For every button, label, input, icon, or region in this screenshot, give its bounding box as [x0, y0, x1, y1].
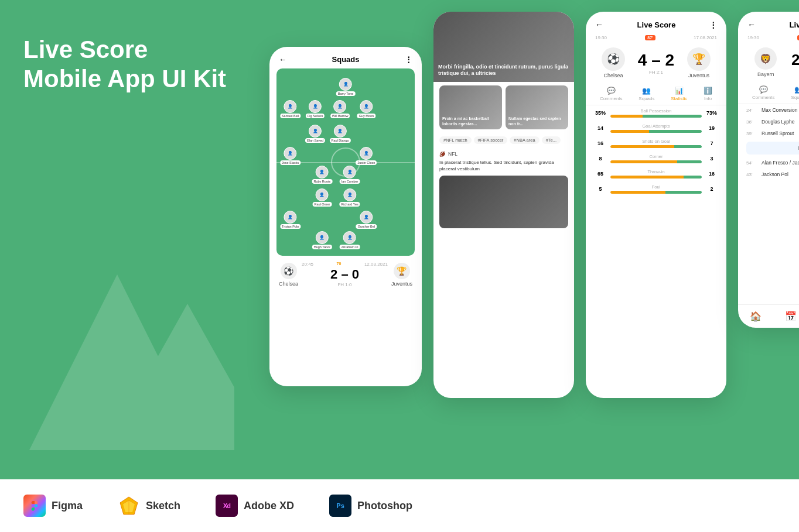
stat-left-3: 8 — [594, 156, 607, 162]
away-team-name: Juventus — [391, 281, 412, 287]
player-samuel-bell: 👤Samuel Bell — [280, 100, 301, 118]
ls-away-logo: 🏆 — [687, 47, 711, 71]
event-minute-1: 36' — [746, 119, 758, 125]
match-time: 20:45 — [302, 262, 313, 267]
comments-icon: 💬 — [607, 87, 616, 95]
tab-squads[interactable]: 👥 Squads — [638, 87, 654, 101]
nav-calendar-icon[interactable]: 📅 — [785, 311, 797, 322]
ls-home-team: ⚽ Chelsea — [602, 47, 625, 78]
tab-squads-label: Squads — [638, 96, 654, 101]
stat-row-2: 16 Shots on Goal 7 — [586, 136, 726, 151]
news-body: In placerat tristique tellus. Sed tincid… — [433, 158, 574, 176]
stat-bar-right-5 — [665, 191, 702, 194]
photoshop-label: Photoshop — [357, 500, 412, 512]
stat-row-3: 8 Corner 3 — [586, 151, 726, 166]
tag-more[interactable]: #Te... — [542, 136, 561, 144]
stat-bar-wrapper-2: Shots on Goal — [610, 139, 702, 148]
ls-time: 19:30 — [595, 35, 607, 40]
stat-bar-wrapper-1: Goal Attempts — [610, 123, 702, 133]
figma-label: Figma — [52, 500, 83, 512]
stat-right-1: 19 — [705, 125, 718, 131]
news-small-text-a: Proin a mi ac basketball lobortis egesta… — [442, 116, 499, 126]
event-text-2: Russell Sprout — [762, 131, 799, 136]
stat-bars-2 — [610, 145, 702, 148]
sketch-label: Sketch — [146, 500, 180, 512]
livescore-tabs: 💬 Comments 👥 Squads 📊 Statistic ℹ️ Info — [586, 83, 726, 105]
stat-bars-3 — [610, 160, 702, 163]
sketch-icon — [118, 495, 140, 517]
event-row-2: 39' Russell Sprout — [738, 128, 799, 139]
news-footer-image — [439, 176, 568, 228]
match-score: 2 – 0 — [298, 267, 391, 282]
stat-bar-right-2 — [674, 145, 702, 148]
stat-label-3: Corner — [610, 154, 702, 159]
event-minute-2: 39' — [746, 131, 758, 136]
sketch-tool[interactable]: Sketch — [118, 495, 180, 517]
tab-statistic[interactable]: 📊 Statistic — [671, 87, 687, 101]
pd-tab-comments[interactable]: 💬 Comments — [752, 85, 775, 100]
event-row-0: 24' Max Conversion — [738, 104, 799, 116]
player-richard-yes: 👤Richard Yes — [339, 188, 360, 207]
photoshop-tool[interactable]: Ps Photoshop — [329, 495, 412, 517]
event-row-4: 54' Alan Fresco / Jackson Pol — [738, 157, 799, 169]
stat-bar-left-5 — [610, 191, 665, 194]
squads-header: ← Squads ⋮ — [269, 47, 422, 68]
livescore-header: ← Live Score ⋮ — [586, 12, 726, 33]
stat-bars-0 — [610, 115, 702, 118]
more-icon[interactable]: ⋮ — [405, 55, 412, 64]
pd-score-value: 2 – 3 — [791, 51, 799, 69]
stat-bar-wrapper-4: Throw-in — [610, 169, 702, 179]
squads-title: Squads — [332, 55, 360, 64]
player-ruby-roots: 👤Ruby Roots — [312, 166, 333, 184]
event-text-1: Douglas Lyphe — [762, 119, 799, 125]
news-small-images-row: Proin a mi ac basketball lobortis egesta… — [433, 82, 574, 133]
phone-livescore-stats: ← Live Score ⋮ 19:30 87' 17.08.2021 ⚽ Ch… — [586, 12, 726, 398]
detail-teams-row: 🦁 Bayern 2 – 3 FH 1:0 ⚽ Milan — [738, 43, 799, 82]
stat-bar-right-3 — [677, 160, 702, 163]
event-row-1: 36' Douglas Lyphe — [738, 116, 799, 128]
ls-more-icon[interactable]: ⋮ — [709, 20, 717, 29]
ls-back-icon[interactable]: ← — [595, 20, 603, 29]
info-icon: ℹ️ — [704, 87, 712, 95]
player-raul-django: 👤Raul Django — [329, 125, 350, 143]
stat-left-2: 16 — [594, 140, 607, 146]
stat-bar-wrapper-3: Corner — [610, 154, 702, 163]
stat-bar-right-4 — [684, 176, 702, 179]
adobexd-tool[interactable]: Xd Adobe XD — [216, 495, 294, 517]
match-score-sub: FH 1:0 — [298, 282, 391, 287]
stat-row-1: 14 Goal Attempts 19 — [586, 121, 726, 136]
pd-tab-squads[interactable]: 👥 Squads — [791, 85, 799, 100]
detail-bottom-nav: 🏠 📅 ⭐ 👤 — [738, 304, 799, 328]
bg-decoration — [0, 245, 234, 479]
nav-home-icon[interactable]: 🏠 — [750, 311, 762, 322]
hero-title-line2: Mobile App UI Kit — [23, 65, 226, 92]
statistic-icon: 📊 — [675, 87, 684, 95]
pd-home-name: Bayern — [757, 71, 774, 77]
ls-score-sub: FH 2:1 — [638, 70, 674, 75]
tag-nba[interactable]: #NBA area — [510, 136, 539, 144]
news-hero-bg: Morbi fringilla, odio et tincidunt rutru… — [433, 12, 574, 82]
tag-fifa[interactable]: #FIFA soccer — [474, 136, 508, 144]
tag-nfl[interactable]: #NFL match — [439, 136, 472, 144]
back-icon[interactable]: ← — [279, 55, 286, 64]
ls-live-badge: 87' — [645, 35, 655, 40]
stat-row-0: 35% Ball Possession 73% — [586, 105, 726, 121]
stat-bar-left-3 — [610, 160, 677, 163]
pd-comments-icon: 💬 — [759, 85, 768, 94]
figma-tool[interactable]: Figma — [23, 495, 83, 517]
ls-date: 17.08.2021 — [694, 35, 717, 40]
stat-left-1: 14 — [594, 125, 607, 131]
stat-bars-4 — [610, 176, 702, 179]
news-hero-text: Morbi fringilla, odio et tincidunt rutru… — [438, 64, 569, 77]
pd-squads-icon: 👥 — [794, 85, 799, 94]
event-minute-5: 43' — [746, 172, 758, 177]
hero-title-line1: Live Score — [23, 36, 148, 63]
stat-label-4: Throw-in — [610, 169, 702, 174]
home-team-logo: ⚽ — [281, 263, 297, 279]
tab-info[interactable]: ℹ️ Info — [704, 87, 712, 101]
hero-section: Live Score Mobile App UI Kit — [23, 35, 226, 94]
stat-row-4: 65 Throw-in 16 — [586, 166, 726, 181]
pd-back-icon[interactable]: ← — [747, 20, 756, 29]
tab-comments[interactable]: 💬 Comments — [600, 87, 623, 101]
event-minute-4: 54' — [746, 160, 758, 166]
